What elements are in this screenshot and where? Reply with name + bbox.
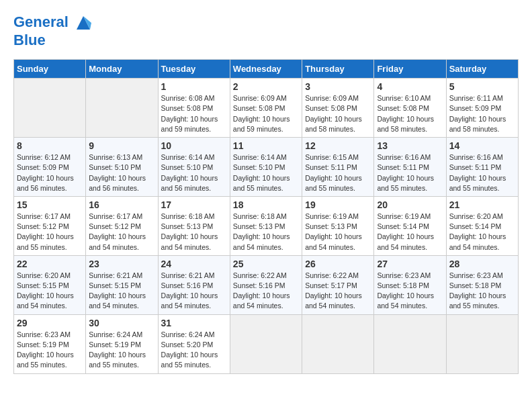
- day-number: 14: [449, 140, 515, 151]
- calendar-cell: 28Sunrise: 6:23 AMSunset: 5:18 PMDayligh…: [446, 255, 518, 314]
- day-detail: Sunrise: 6:12 AMSunset: 5:09 PMDaylight:…: [17, 153, 74, 192]
- logo-icon: [74, 13, 93, 32]
- calendar-cell: 3Sunrise: 6:09 AMSunset: 5:08 PMDaylight…: [302, 79, 374, 138]
- day-number: 5: [449, 81, 515, 92]
- day-number: 8: [17, 140, 83, 151]
- calendar-cell: 21Sunrise: 6:20 AMSunset: 5:14 PMDayligh…: [446, 196, 518, 255]
- day-detail: Sunrise: 6:14 AMSunset: 5:10 PMDaylight:…: [161, 153, 218, 192]
- day-number: 16: [89, 199, 154, 210]
- calendar-cell: 10Sunrise: 6:14 AMSunset: 5:10 PMDayligh…: [158, 138, 230, 197]
- day-detail: Sunrise: 6:09 AMSunset: 5:08 PMDaylight:…: [305, 94, 362, 133]
- day-number: 29: [17, 318, 83, 328]
- day-number: 12: [305, 140, 371, 151]
- day-detail: Sunrise: 6:17 AMSunset: 5:12 PMDaylight:…: [17, 212, 74, 251]
- calendar-week-1: 1Sunrise: 6:08 AMSunset: 5:08 PMDaylight…: [14, 79, 519, 138]
- day-number: 9: [89, 140, 154, 151]
- day-detail: Sunrise: 6:23 AMSunset: 5:19 PMDaylight:…: [17, 330, 74, 369]
- day-detail: Sunrise: 6:14 AMSunset: 5:10 PMDaylight:…: [233, 153, 290, 192]
- calendar-body: 1Sunrise: 6:08 AMSunset: 5:08 PMDaylight…: [14, 79, 519, 373]
- day-number: 1: [161, 81, 227, 92]
- day-number: 17: [161, 199, 227, 210]
- day-detail: Sunrise: 6:11 AMSunset: 5:09 PMDaylight:…: [449, 94, 506, 133]
- day-number: 24: [161, 259, 227, 269]
- day-detail: Sunrise: 6:22 AMSunset: 5:17 PMDaylight:…: [305, 271, 362, 310]
- calendar-cell: 19Sunrise: 6:19 AMSunset: 5:13 PMDayligh…: [302, 196, 374, 255]
- calendar-cell: 25Sunrise: 6:22 AMSunset: 5:16 PMDayligh…: [230, 255, 302, 314]
- calendar-cell: 11Sunrise: 6:14 AMSunset: 5:10 PMDayligh…: [230, 138, 302, 197]
- calendar-cell: 23Sunrise: 6:21 AMSunset: 5:15 PMDayligh…: [86, 255, 158, 314]
- header-monday: Monday: [86, 60, 158, 79]
- day-number: 15: [17, 199, 83, 210]
- day-detail: Sunrise: 6:09 AMSunset: 5:08 PMDaylight:…: [233, 94, 290, 133]
- day-number: 27: [377, 259, 443, 269]
- page-header: General Blue: [13, 13, 519, 48]
- day-detail: Sunrise: 6:20 AMSunset: 5:15 PMDaylight:…: [17, 271, 74, 310]
- day-number: 21: [449, 199, 515, 210]
- day-detail: Sunrise: 6:13 AMSunset: 5:10 PMDaylight:…: [89, 153, 146, 192]
- day-number: 20: [377, 199, 443, 210]
- day-number: 3: [305, 81, 371, 92]
- calendar-table: SundayMondayTuesdayWednesdayThursdayFrid…: [13, 59, 519, 373]
- calendar-cell: [374, 314, 446, 373]
- calendar-cell: [230, 314, 302, 373]
- day-detail: Sunrise: 6:16 AMSunset: 5:11 PMDaylight:…: [449, 153, 506, 192]
- day-detail: Sunrise: 6:23 AMSunset: 5:18 PMDaylight:…: [377, 271, 434, 310]
- header-tuesday: Tuesday: [158, 60, 230, 79]
- calendar-cell: [302, 314, 374, 373]
- day-number: 28: [449, 259, 515, 269]
- calendar-week-5: 29Sunrise: 6:23 AMSunset: 5:19 PMDayligh…: [14, 314, 519, 373]
- day-number: 30: [89, 318, 154, 328]
- calendar-week-4: 22Sunrise: 6:20 AMSunset: 5:15 PMDayligh…: [14, 255, 519, 314]
- day-number: 26: [305, 259, 371, 269]
- calendar-cell: 18Sunrise: 6:18 AMSunset: 5:13 PMDayligh…: [230, 196, 302, 255]
- day-detail: Sunrise: 6:18 AMSunset: 5:13 PMDaylight:…: [161, 212, 218, 251]
- day-number: 2: [233, 81, 299, 92]
- day-detail: Sunrise: 6:19 AMSunset: 5:14 PMDaylight:…: [377, 212, 434, 251]
- day-detail: Sunrise: 6:24 AMSunset: 5:20 PMDaylight:…: [161, 330, 218, 369]
- day-detail: Sunrise: 6:24 AMSunset: 5:19 PMDaylight:…: [89, 330, 146, 369]
- day-detail: Sunrise: 6:22 AMSunset: 5:16 PMDaylight:…: [233, 271, 290, 310]
- header-wednesday: Wednesday: [230, 60, 302, 79]
- day-detail: Sunrise: 6:16 AMSunset: 5:11 PMDaylight:…: [377, 153, 434, 192]
- day-detail: Sunrise: 6:08 AMSunset: 5:08 PMDaylight:…: [161, 94, 218, 133]
- calendar-cell: 22Sunrise: 6:20 AMSunset: 5:15 PMDayligh…: [14, 255, 86, 314]
- day-number: 22: [17, 259, 83, 269]
- calendar-cell: 31Sunrise: 6:24 AMSunset: 5:20 PMDayligh…: [158, 314, 230, 373]
- calendar-week-2: 8Sunrise: 6:12 AMSunset: 5:09 PMDaylight…: [14, 138, 519, 197]
- day-number: 11: [233, 140, 299, 151]
- logo-text: General: [13, 13, 93, 32]
- day-detail: Sunrise: 6:20 AMSunset: 5:14 PMDaylight:…: [449, 212, 506, 251]
- day-detail: Sunrise: 6:17 AMSunset: 5:12 PMDaylight:…: [89, 212, 146, 251]
- day-number: 13: [377, 140, 443, 151]
- calendar-header-row: SundayMondayTuesdayWednesdayThursdayFrid…: [14, 60, 519, 79]
- calendar-cell: 4Sunrise: 6:10 AMSunset: 5:08 PMDaylight…: [374, 79, 446, 138]
- calendar-cell: 16Sunrise: 6:17 AMSunset: 5:12 PMDayligh…: [86, 196, 158, 255]
- day-number: 19: [305, 199, 371, 210]
- day-number: 31: [161, 318, 227, 328]
- calendar-cell: 17Sunrise: 6:18 AMSunset: 5:13 PMDayligh…: [158, 196, 230, 255]
- calendar-cell: [446, 314, 518, 373]
- calendar-week-3: 15Sunrise: 6:17 AMSunset: 5:12 PMDayligh…: [14, 196, 519, 255]
- calendar-cell: 24Sunrise: 6:21 AMSunset: 5:16 PMDayligh…: [158, 255, 230, 314]
- calendar-cell: 8Sunrise: 6:12 AMSunset: 5:09 PMDaylight…: [14, 138, 86, 197]
- day-detail: Sunrise: 6:15 AMSunset: 5:11 PMDaylight:…: [305, 153, 362, 192]
- day-number: 10: [161, 140, 227, 151]
- day-number: 4: [377, 81, 443, 92]
- calendar-cell: 13Sunrise: 6:16 AMSunset: 5:11 PMDayligh…: [374, 138, 446, 197]
- day-detail: Sunrise: 6:21 AMSunset: 5:15 PMDaylight:…: [89, 271, 146, 310]
- day-number: 25: [233, 259, 299, 269]
- day-detail: Sunrise: 6:10 AMSunset: 5:08 PMDaylight:…: [377, 94, 434, 133]
- calendar-cell: 14Sunrise: 6:16 AMSunset: 5:11 PMDayligh…: [446, 138, 518, 197]
- logo-blue: Blue: [13, 32, 93, 48]
- header-friday: Friday: [374, 60, 446, 79]
- day-detail: Sunrise: 6:19 AMSunset: 5:13 PMDaylight:…: [305, 212, 362, 251]
- logo: General Blue: [13, 13, 93, 48]
- calendar-cell: 30Sunrise: 6:24 AMSunset: 5:19 PMDayligh…: [86, 314, 158, 373]
- calendar-cell: 20Sunrise: 6:19 AMSunset: 5:14 PMDayligh…: [374, 196, 446, 255]
- header-thursday: Thursday: [302, 60, 374, 79]
- header-saturday: Saturday: [446, 60, 518, 79]
- calendar-cell: 9Sunrise: 6:13 AMSunset: 5:10 PMDaylight…: [86, 138, 158, 197]
- calendar-cell: 12Sunrise: 6:15 AMSunset: 5:11 PMDayligh…: [302, 138, 374, 197]
- header-sunday: Sunday: [14, 60, 86, 79]
- calendar-cell: 1Sunrise: 6:08 AMSunset: 5:08 PMDaylight…: [158, 79, 230, 138]
